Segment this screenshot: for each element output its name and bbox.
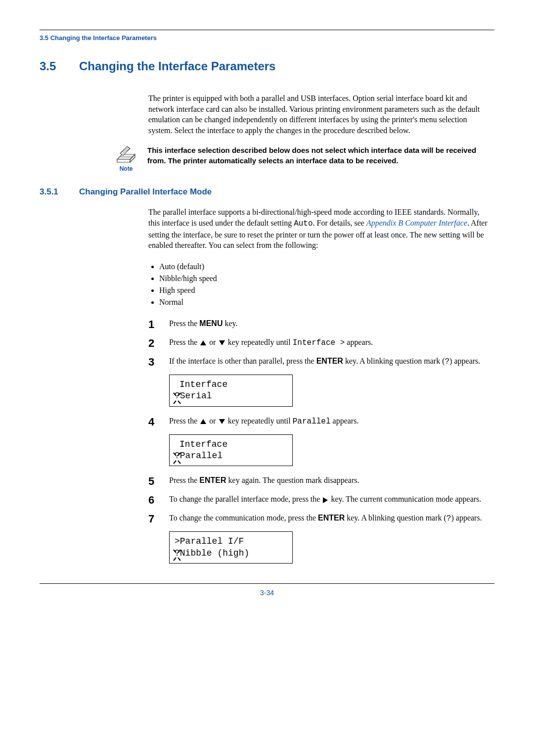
step-2: 2 Press the or key repeatedly until Inte… bbox=[148, 337, 490, 349]
mode-list: Auto (default) Nibble/high speed High sp… bbox=[159, 261, 490, 308]
step-code: ? bbox=[445, 357, 450, 366]
step-text: Press the bbox=[169, 417, 199, 425]
step-1: 1 Press the MENU key. bbox=[148, 318, 490, 330]
step-number: 5 bbox=[148, 476, 157, 487]
step-text: If the interface is other than parallel,… bbox=[169, 357, 316, 365]
step-text: appears. bbox=[345, 338, 373, 346]
key-menu: MENU bbox=[199, 319, 222, 328]
appendix-link[interactable]: Appendix B Computer Interface bbox=[366, 219, 467, 227]
note-text: This interface selection described below… bbox=[147, 145, 490, 166]
svg-marker-1 bbox=[117, 159, 130, 162]
note-block: Note This interface selection described … bbox=[114, 145, 490, 172]
step-5: 5 Press the ENTER key again. The questio… bbox=[148, 475, 490, 487]
step-number: 7 bbox=[148, 514, 157, 524]
up-arrow-icon bbox=[200, 340, 206, 345]
step-text: or bbox=[207, 338, 218, 346]
key-enter: ENTER bbox=[318, 514, 345, 522]
step-text: ) appears. bbox=[449, 357, 480, 365]
step-text: or bbox=[207, 417, 218, 425]
lcd-cursor: ? bbox=[175, 390, 180, 402]
step-6: 6 To change the parallel interface mode,… bbox=[148, 494, 490, 506]
lcd-line2: Serial bbox=[180, 390, 212, 402]
step-text: key. bbox=[222, 319, 237, 328]
list-item: Normal bbox=[159, 296, 490, 308]
lcd-line2: Parallel bbox=[180, 450, 222, 462]
subsection-heading: 3.5.1 Changing Parallel Interface Mode bbox=[40, 187, 494, 197]
key-enter: ENTER bbox=[316, 357, 343, 365]
down-arrow-icon bbox=[219, 340, 225, 345]
step-7: 7 To change the communication mode, pres… bbox=[148, 513, 490, 524]
lcd-line1: Interface bbox=[179, 379, 287, 390]
down-arrow-icon bbox=[219, 419, 225, 424]
lcd-display: Interface ? Serial bbox=[169, 375, 293, 407]
note-icon bbox=[115, 145, 137, 163]
step-text: appears. bbox=[331, 417, 359, 425]
step-text: To change the communication mode, press … bbox=[169, 514, 318, 522]
lcd-display: Interface ? Parallel bbox=[169, 434, 293, 467]
step-number: 2 bbox=[148, 338, 157, 349]
right-arrow-icon bbox=[323, 497, 328, 503]
list-item: Nibble/high speed bbox=[159, 273, 490, 284]
intro-code: Auto bbox=[294, 219, 312, 228]
step-text: key. The current communication mode appe… bbox=[329, 495, 481, 503]
note-label: Note bbox=[120, 165, 133, 172]
section-heading: 3.5 Changing the Interface Parameters bbox=[40, 59, 494, 73]
step-text: Press the bbox=[169, 319, 199, 328]
lcd-line2: Nibble (high) bbox=[180, 548, 249, 559]
step-text: To change the parallel interface mode, p… bbox=[169, 495, 322, 503]
step-text: key repeatedly until bbox=[226, 338, 293, 346]
step-number: 3 bbox=[148, 357, 157, 368]
step-4: 4 Press the or key repeatedly until Para… bbox=[148, 416, 490, 427]
step-text: Press the bbox=[169, 476, 199, 484]
subsection-intro: The parallel interface supports a bi-dir… bbox=[148, 207, 490, 250]
step-text: ) appears. bbox=[451, 514, 482, 522]
step-code: Interface > bbox=[293, 338, 345, 347]
subsection-title: Changing Parallel Interface Mode bbox=[79, 187, 212, 197]
step-number: 1 bbox=[148, 319, 157, 330]
step-text: key. A blinking question mark ( bbox=[343, 357, 445, 365]
page-number: 3-34 bbox=[260, 589, 274, 597]
step-3: 3 If the interface is other than paralle… bbox=[148, 356, 490, 368]
step-code: Parallel bbox=[293, 417, 331, 426]
section-title: Changing the Interface Parameters bbox=[79, 59, 275, 73]
lcd-cursor: ? bbox=[175, 450, 180, 462]
header-breadcrumb: 3.5 Changing the Interface Parameters bbox=[40, 34, 494, 42]
lcd-line1: Interface bbox=[179, 439, 287, 450]
section-number: 3.5 bbox=[40, 59, 79, 73]
step-text: key. A blinking question mark ( bbox=[345, 514, 446, 522]
subsection-number: 3.5.1 bbox=[40, 187, 79, 197]
step-number: 6 bbox=[148, 495, 157, 506]
step-number: 4 bbox=[148, 417, 157, 427]
section-intro: The printer is equipped with both a para… bbox=[148, 93, 490, 136]
intro-mid: . For details, see bbox=[313, 219, 366, 227]
step-text: key repeatedly until bbox=[226, 417, 293, 425]
lcd-display: >Parallel I/F ? Nibble (high) bbox=[169, 531, 293, 564]
step-text: Press the bbox=[169, 338, 199, 346]
up-arrow-icon bbox=[200, 419, 206, 424]
lcd-cursor: ? bbox=[175, 548, 180, 559]
svg-marker-3 bbox=[120, 146, 130, 155]
lcd-line1: >Parallel I/F bbox=[175, 536, 287, 547]
list-item: High speed bbox=[159, 284, 490, 296]
page-footer: 3-34 bbox=[40, 583, 494, 597]
list-item: Auto (default) bbox=[159, 261, 490, 273]
key-enter: ENTER bbox=[199, 476, 226, 484]
step-text: key again. The question mark disappears. bbox=[226, 476, 359, 484]
